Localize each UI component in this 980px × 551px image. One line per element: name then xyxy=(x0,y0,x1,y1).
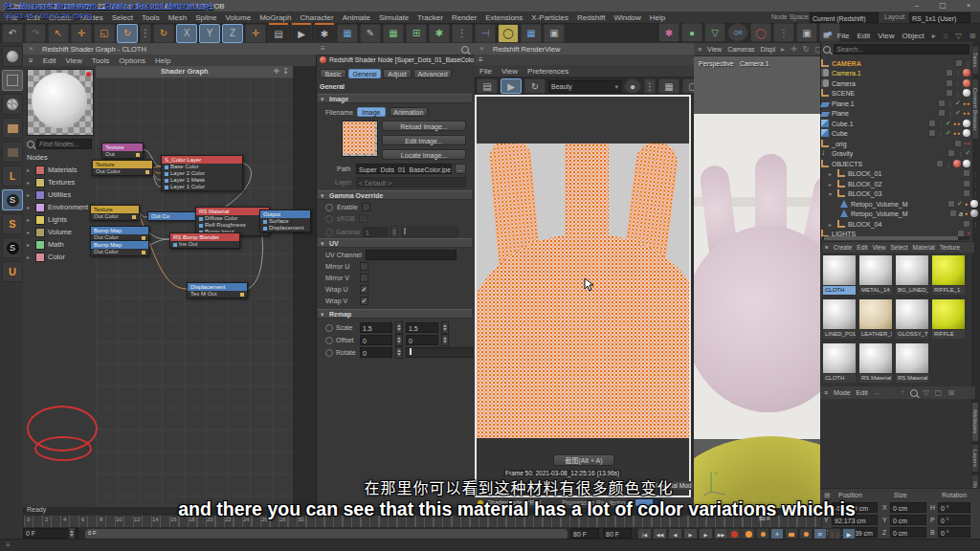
field-icon[interactable]: ◯ xyxy=(498,24,519,43)
material-riffle[interactable]: RIFFLE xyxy=(931,298,966,342)
range-end-field-1[interactable]: 80 F xyxy=(570,528,599,539)
material-bg-lined[interactable]: BG_LINED_1 xyxy=(895,254,929,298)
z-axis-button[interactable]: Z xyxy=(222,24,243,43)
path-browse-button[interactable]: ... xyxy=(455,164,466,174)
material-leather[interactable]: LEATHER_S xyxy=(858,298,893,342)
tab-attributes[interactable]: Attributes xyxy=(971,402,979,442)
size-y-input[interactable]: 0 cm xyxy=(890,515,926,525)
tool-history-icon[interactable]: ⋮ xyxy=(140,24,151,43)
offset-y-input[interactable]: 0 xyxy=(406,335,438,345)
object-row-camera1[interactable]: Camera.1 ⋮ xyxy=(821,68,970,77)
renderview-close-icon[interactable]: × xyxy=(479,43,484,55)
scale-y-spinner[interactable] xyxy=(441,321,449,334)
node-out-co[interactable]: Out Co xyxy=(147,211,199,221)
rot-h-input[interactable]: 0 ° xyxy=(938,502,970,513)
undo-icon[interactable]: ↶ xyxy=(2,24,23,43)
texture-thumbnail[interactable] xyxy=(342,121,378,157)
render-settings-icon[interactable]: ✱ xyxy=(314,23,335,43)
uv-section-twirl-icon[interactable]: ▾ xyxy=(321,239,324,249)
props-search-icon[interactable] xyxy=(461,46,469,54)
viewport-projection-label[interactable]: Perspective xyxy=(699,60,734,67)
extrude-icon[interactable]: ⊞ xyxy=(406,24,427,43)
move-icon[interactable]: ✛ xyxy=(71,24,92,43)
reload-image-button[interactable]: Reload Image... xyxy=(382,121,466,131)
array-icon[interactable]: ▦ xyxy=(521,24,542,43)
rot-b-input[interactable]: 0 ° xyxy=(938,527,970,538)
category-lights[interactable]: ▸Lights xyxy=(27,213,94,226)
category-textures[interactable]: ▸Textures xyxy=(27,176,94,188)
menu-tracker[interactable]: Tracker xyxy=(417,13,443,22)
sg-menu-view[interactable]: View xyxy=(65,56,81,65)
canvas-pan-icon[interactable]: ✛ xyxy=(274,66,280,77)
material-rs2[interactable]: RS Material xyxy=(895,342,929,386)
find-nodes-input[interactable] xyxy=(36,139,92,149)
menu-spline[interactable]: Spline xyxy=(195,13,216,22)
redo-icon[interactable]: ↷ xyxy=(25,24,46,43)
node-bump-map-2[interactable]: Bump Map Out Color xyxy=(90,240,149,256)
uv-channel-input[interactable] xyxy=(366,250,457,260)
gamma-section-bar[interactable]: ▾ Gamma Override xyxy=(318,190,472,200)
bottom-hamburger-icon[interactable]: ≡ xyxy=(6,540,11,549)
am-menu-edit[interactable]: Edit xyxy=(857,389,868,396)
material-glossy-tr[interactable]: GLOSSY_TR xyxy=(895,298,929,342)
object-row-plane[interactable]: Plane ⋮✓●● xyxy=(821,108,970,118)
rot-p-input[interactable]: 0 ° xyxy=(938,515,970,525)
range-end-field-2[interactable]: 80 F xyxy=(603,528,632,539)
node-rs-bump-blender[interactable]: RS Bump Blender Ins Out xyxy=(169,232,240,249)
x-axis-button[interactable]: X xyxy=(176,24,197,43)
om-hscrollbar-thumb[interactable] xyxy=(824,236,958,240)
om-hscrollbar[interactable] xyxy=(822,236,969,240)
qr-icon[interactable]: QR xyxy=(727,23,748,42)
material-preview[interactable] xyxy=(27,69,94,136)
tab-basic[interactable]: Basic xyxy=(320,69,346,78)
menu-mesh[interactable]: Mesh xyxy=(168,13,188,22)
am-hamburger-icon[interactable]: ≡ xyxy=(824,389,828,396)
vp-menu-overflow-icon[interactable]: ▸ xyxy=(781,45,785,54)
workplane-icon[interactable] xyxy=(2,94,23,115)
menu-select[interactable]: Select xyxy=(112,13,133,22)
object-row-block01[interactable]: ▸BLOCK_01 ⋮ xyxy=(821,168,978,178)
tab-advanced[interactable]: Advanced xyxy=(413,69,452,78)
category-math[interactable]: ▸Math xyxy=(27,238,94,251)
offset-x-input[interactable]: 0 xyxy=(360,335,392,345)
pen-icon[interactable]: ✎ xyxy=(360,24,381,43)
picture-viewer-icon[interactable]: ▣ xyxy=(796,23,817,42)
menu-extensions[interactable]: Extensions xyxy=(485,13,523,22)
scale-x-spinner[interactable] xyxy=(395,321,403,334)
edit-image-button[interactable]: Edit Image... xyxy=(382,135,466,145)
rv-aov-dropdown[interactable]: Beauty▾ xyxy=(548,80,621,93)
category-color[interactable]: ▸Color xyxy=(27,251,94,263)
rv-compare-icon[interactable]: ⋮ xyxy=(644,78,656,94)
sg-menu-options[interactable]: Options xyxy=(119,56,145,65)
vp-menu-cameras[interactable]: Cameras xyxy=(727,46,754,53)
gamma-input[interactable]: 1 xyxy=(363,227,388,237)
generator-icon[interactable]: ✱ xyxy=(429,24,450,43)
enable-anim-dot-icon[interactable] xyxy=(325,204,333,211)
rotate-spinner[interactable] xyxy=(395,346,403,359)
scale-x-input[interactable]: 1.5 xyxy=(360,322,392,333)
enable-checkbox[interactable] xyxy=(362,203,370,211)
category-utilities[interactable]: ▸Utilities xyxy=(27,188,94,201)
vp-pan-icon[interactable]: ✛ xyxy=(791,45,797,54)
menu-mograph[interactable]: MoGraph xyxy=(259,13,291,22)
menu-xparticles[interactable]: X-Particles xyxy=(531,13,568,22)
wrap-u-checkbox[interactable]: ✓ xyxy=(360,285,368,294)
sg-menu-edit[interactable]: Edit xyxy=(43,56,56,65)
am-search-icon[interactable] xyxy=(910,389,918,397)
menu-help[interactable]: Help xyxy=(650,13,665,22)
am-filter-icon[interactable]: ▽ xyxy=(924,388,929,397)
node-texture-1[interactable]: Texture Out xyxy=(101,143,144,159)
xparticles-icon[interactable]: ▽ xyxy=(704,23,725,42)
material-metal14[interactable]: METAL_14 xyxy=(858,254,893,298)
viewport-canvas[interactable]: Perspective Camera.1 Y xyxy=(694,56,820,508)
tab-content-browser[interactable]: Content Browser xyxy=(971,78,979,140)
camera-icon[interactable]: ▣ xyxy=(544,24,565,43)
scale-anim-dot-icon[interactable] xyxy=(325,324,333,332)
close-button[interactable]: × xyxy=(959,0,978,11)
rotate-anim-dot-icon[interactable] xyxy=(325,349,333,357)
magnet-icon[interactable]: U xyxy=(2,261,23,282)
maximize-button[interactable]: ▢ xyxy=(933,0,952,11)
material-rs1[interactable]: RS Material xyxy=(858,342,893,386)
am-forward-icon[interactable]: → xyxy=(887,388,895,397)
points-mode-icon[interactable] xyxy=(2,118,23,139)
